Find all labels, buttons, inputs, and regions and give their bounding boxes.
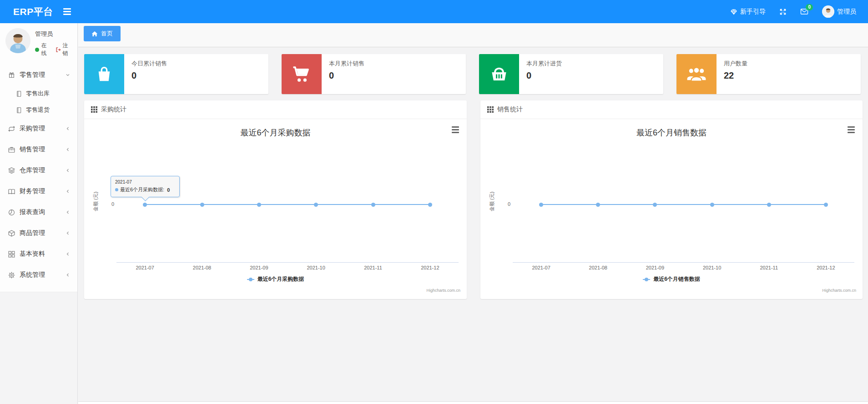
ledger-icon (8, 188, 15, 195)
chevron-left-icon (66, 147, 70, 152)
sidebar-item-retail[interactable]: 零售管理 (0, 65, 77, 85)
sidebar-item-purchase[interactable]: 采购管理 (0, 118, 77, 139)
sidebar-item-retail-outbound[interactable]: 零售出库 (0, 85, 77, 102)
data-point[interactable] (653, 203, 657, 207)
chart-title: 最近6个月采购数据 (84, 127, 467, 138)
highcharts-credits[interactable]: Highcharts.com.cn (426, 288, 460, 293)
card-value: 0 (329, 70, 364, 81)
guide-link[interactable]: 新手引导 (730, 8, 766, 16)
x-axis-label: 2021-12 (412, 265, 448, 270)
legend-marker-icon (643, 279, 650, 280)
data-point[interactable] (200, 203, 204, 207)
logout-link[interactable]: 注销 (56, 42, 73, 57)
chevron-left-icon (66, 252, 70, 256)
card-label: 本月累计进货 (526, 60, 562, 68)
highcharts-credits[interactable]: Highcharts.com.cn (822, 288, 856, 293)
data-point[interactable] (539, 203, 543, 207)
brand-logo[interactable]: ERP平台 (13, 5, 53, 18)
sidebar-toggle-icon[interactable] (63, 8, 71, 15)
sidebar: 管理员 在线 注销 零售管理 (0, 23, 78, 404)
sidebar-item-warehouse[interactable]: 仓库管理 (0, 160, 77, 181)
sidebar-item-basic-data[interactable]: 基本资料 (0, 244, 77, 264)
briefcase-icon (8, 146, 15, 154)
repeat-icon (8, 125, 15, 133)
cart-icon (282, 54, 322, 94)
chart-panels-row: 采购统计 最近6个月采购数据 金额 (元) 0 最近6个月采购数据 Highch… (78, 94, 868, 299)
th-grid-icon (487, 106, 494, 113)
purchase-chart: 最近6个月采购数据 金额 (元) 0 最近6个月采购数据 Highcharts.… (84, 119, 467, 299)
basket-icon (479, 54, 519, 94)
legend-item[interactable]: 最近6个月采购数据 (84, 275, 467, 283)
stat-card-month-purchases[interactable]: 本月累计进货 0 (479, 54, 663, 94)
data-point[interactable] (428, 203, 432, 207)
data-point[interactable] (314, 203, 318, 207)
data-point[interactable] (371, 203, 375, 207)
mail-badge: 0 (806, 4, 813, 10)
chart-tooltip: 2021-07 最近6个月采购数据: 0 (111, 176, 180, 197)
card-value: 22 (724, 70, 747, 81)
data-point[interactable] (596, 203, 600, 207)
data-point[interactable] (257, 203, 261, 207)
chevron-left-icon (66, 273, 70, 277)
x-axis-label: 2021-10 (298, 265, 334, 270)
data-point[interactable] (710, 203, 714, 207)
sales-chart: 最近6个月销售数据 金额 (元) 0 最近6个月销售数据 Highcharts.… (480, 119, 863, 299)
sidebar-menu: 零售管理 零售出库 (0, 65, 77, 285)
legend-marker-icon (247, 279, 254, 280)
users-icon (676, 54, 717, 94)
x-axis-label: 2021-08 (184, 265, 220, 270)
sidebar-item-reports[interactable]: 报表查询 (0, 202, 77, 223)
chart-export-menu-icon[interactable] (848, 126, 855, 133)
tooltip-series-dot (115, 188, 118, 191)
report-icon (8, 209, 15, 216)
online-status-icon (35, 48, 39, 52)
stat-card-today-sales[interactable]: 今日累计销售 0 (84, 54, 268, 94)
x-axis-label: 2021-11 (751, 265, 787, 270)
layers-icon (8, 167, 15, 175)
x-axis-label: 2021-07 (127, 265, 163, 270)
erp-app: ERP平台 新手引导 (0, 0, 868, 404)
main-content: 首页 今日累计销售 0 本月累计销售 0 (78, 23, 868, 404)
data-point[interactable] (824, 203, 828, 207)
x-axis-label: 2021-11 (355, 265, 391, 270)
card-value: 0 (526, 70, 562, 81)
tab-home[interactable]: 首页 (84, 26, 121, 41)
legend-item[interactable]: 最近6个月销售数据 (480, 275, 863, 283)
sidebar-item-products[interactable]: 商品管理 (0, 223, 77, 244)
x-axis-label: 2021-12 (807, 265, 844, 270)
sidebar-item-retail-return[interactable]: 零售退货 (0, 102, 77, 118)
tooltip-date: 2021-07 (115, 180, 175, 185)
messages-button[interactable]: 0 (800, 8, 808, 15)
grid-icon (8, 250, 15, 258)
sidebar-item-finance[interactable]: 财务管理 (0, 181, 77, 202)
fullscreen-button[interactable] (779, 8, 787, 15)
guide-label: 新手引导 (740, 8, 766, 16)
card-label: 今日累计销售 (131, 60, 167, 68)
user-menu[interactable]: 管理员 (822, 5, 856, 18)
gear-icon (8, 271, 15, 279)
stat-card-user-count[interactable]: 用户数量 22 (676, 54, 861, 94)
navbar-right: 新手引导 0 (730, 5, 868, 18)
stat-card-month-sales[interactable]: 本月累计销售 0 (282, 54, 466, 94)
x-axis-label: 2021-09 (637, 265, 673, 270)
chart-title: 最近6个月销售数据 (480, 127, 863, 138)
expand-arrows-icon (779, 8, 787, 15)
panel-title: 销售统计 (497, 105, 523, 114)
cube-icon (8, 229, 15, 237)
sidebar-item-system[interactable]: 系统管理 (0, 264, 77, 285)
footer-divider (78, 401, 868, 404)
sidebar-item-sales[interactable]: 销售管理 (0, 139, 77, 160)
tooltip-value: 0 (167, 187, 170, 193)
sales-stats-panel: 销售统计 最近6个月销售数据 金额 (元) 0 最近6个月销售数据 Highch… (480, 100, 863, 299)
gift-icon (8, 71, 15, 79)
data-point[interactable] (767, 203, 771, 207)
avatar (822, 5, 834, 18)
gem-icon (730, 8, 737, 15)
th-grid-icon (91, 106, 97, 113)
chevron-left-icon (66, 210, 70, 214)
data-point[interactable] (143, 203, 147, 207)
stat-cards-row: 今日累计销售 0 本月累计销售 0 本月累计进货 0 (78, 47, 868, 94)
x-axis-label: 2021-07 (523, 265, 560, 270)
panel-title: 采购统计 (101, 105, 126, 114)
chart-export-menu-icon[interactable] (452, 126, 459, 133)
